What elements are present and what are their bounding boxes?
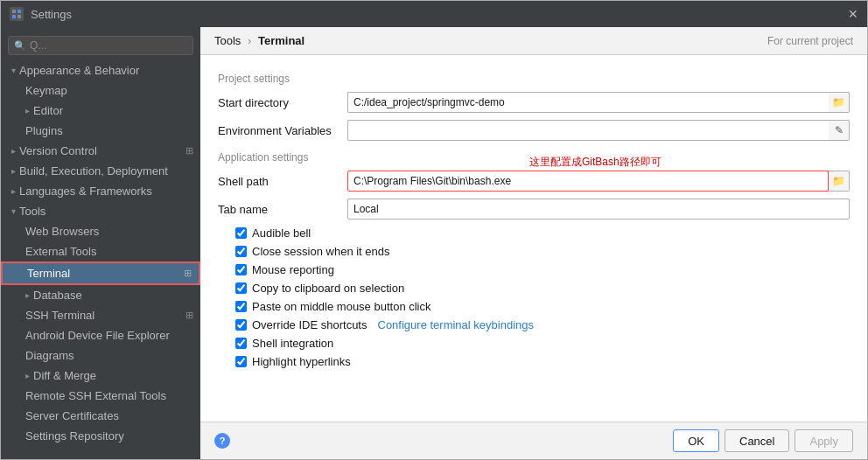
sidebar-item-build-execution[interactable]: ▸ Build, Execution, Deployment bbox=[1, 161, 200, 181]
terminal-copy-icon: ⊞ bbox=[184, 268, 192, 279]
mouse-reporting-checkbox[interactable] bbox=[235, 264, 247, 275]
sidebar-item-keymap[interactable]: Keymap bbox=[1, 80, 200, 101]
checkbox-audible-bell: Audible bell bbox=[218, 227, 850, 240]
shell-path-browse-button[interactable]: 📁 bbox=[829, 171, 850, 192]
highlight-hyperlinks-label: Highlight hyperlinks bbox=[252, 355, 351, 368]
start-directory-label: Start directory bbox=[218, 96, 340, 109]
audible-bell-checkbox[interactable] bbox=[235, 227, 247, 239]
chevron-right-icon: ▸ bbox=[11, 186, 16, 196]
start-directory-input[interactable] bbox=[347, 92, 829, 113]
ssh-copy-icon: ⊞ bbox=[186, 310, 193, 321]
sidebar-item-database[interactable]: ▸ Database bbox=[1, 285, 200, 305]
breadcrumb-separator: › bbox=[248, 34, 251, 47]
sidebar-item-label: SSH Terminal bbox=[25, 309, 94, 322]
chevron-right-icon: ▸ bbox=[11, 166, 16, 176]
current-project-button[interactable]: For current project bbox=[767, 35, 853, 47]
sidebar-item-settings-repository[interactable]: Settings Repository bbox=[1, 426, 200, 446]
paste-middle-label: Paste on middle mouse button click bbox=[252, 300, 431, 313]
apply-button[interactable]: Apply bbox=[794, 429, 853, 452]
shell-path-row: Shell path 📁 这里配置成GitBash路径即可 bbox=[218, 171, 850, 192]
sidebar-item-editor[interactable]: ▸ Editor bbox=[1, 101, 200, 121]
ok-button[interactable]: OK bbox=[673, 429, 719, 452]
sidebar-item-diagrams[interactable]: Diagrams bbox=[1, 345, 200, 366]
env-variables-edit-button[interactable]: ✎ bbox=[829, 120, 850, 141]
start-directory-input-group: 📁 bbox=[347, 92, 850, 113]
configure-keybindings-link[interactable]: Configure terminal keybindings bbox=[378, 318, 534, 331]
panel-footer: ? OK Cancel Apply bbox=[200, 422, 867, 459]
sidebar-item-external-tools[interactable]: External Tools bbox=[1, 241, 200, 261]
sidebar-item-label: Languages & Frameworks bbox=[19, 185, 152, 198]
sidebar-item-label: Appearance & Behavior bbox=[19, 64, 139, 77]
sidebar-item-version-control[interactable]: ▸ Version Control ⊞ bbox=[1, 141, 200, 161]
checkbox-highlight-hyperlinks: Highlight hyperlinks bbox=[218, 355, 850, 368]
copy-clipboard-label: Copy to clipboard on selection bbox=[252, 282, 404, 295]
sidebar-item-tools[interactable]: ▾ Tools bbox=[1, 201, 200, 221]
sidebar-item-label: Android Device File Explorer bbox=[25, 329, 170, 342]
close-button[interactable]: ✕ bbox=[848, 7, 858, 21]
search-input[interactable] bbox=[30, 39, 187, 52]
sidebar-item-plugins[interactable]: Plugins bbox=[1, 121, 200, 141]
sidebar-item-label: Plugins bbox=[25, 124, 63, 137]
chevron-right-icon: ▸ bbox=[11, 146, 16, 156]
sidebar-item-android-device[interactable]: Android Device File Explorer bbox=[1, 325, 200, 345]
search-bar[interactable]: 🔍 bbox=[8, 36, 193, 55]
search-icon: 🔍 bbox=[14, 40, 26, 52]
breadcrumb-root: Tools bbox=[214, 34, 241, 47]
breadcrumb: Tools › Terminal bbox=[214, 34, 304, 47]
env-variables-input[interactable] bbox=[347, 120, 829, 141]
svg-rect-3 bbox=[18, 15, 21, 18]
sidebar-item-label: Editor bbox=[33, 104, 63, 117]
sidebar-item-label: External Tools bbox=[25, 245, 96, 258]
sidebar-item-label: Web Browsers bbox=[25, 225, 99, 238]
sidebar-item-remote-ssh[interactable]: Remote SSH External Tools bbox=[1, 386, 200, 406]
sidebar-item-server-certificates[interactable]: Server Certificates bbox=[1, 406, 200, 426]
tab-name-row: Tab name bbox=[218, 199, 850, 220]
sidebar-item-label: Diagrams bbox=[25, 349, 74, 362]
shell-path-container: Shell path 📁 这里配置成GitBash路径即可 bbox=[218, 171, 850, 192]
checkbox-copy-clipboard: Copy to clipboard on selection bbox=[218, 282, 850, 295]
close-session-label: Close session when it ends bbox=[252, 245, 390, 258]
shell-path-input[interactable] bbox=[347, 171, 829, 192]
tab-name-input[interactable] bbox=[347, 199, 850, 220]
close-session-checkbox[interactable] bbox=[235, 246, 247, 257]
sidebar-item-appearance-behavior[interactable]: ▾ Appearance & Behavior bbox=[1, 60, 200, 80]
highlight-hyperlinks-checkbox[interactable] bbox=[235, 356, 247, 367]
paste-middle-checkbox[interactable] bbox=[235, 301, 247, 312]
sidebar-item-languages-frameworks[interactable]: ▸ Languages & Frameworks bbox=[1, 181, 200, 201]
checkbox-override-ide: Override IDE shortcuts Configure termina… bbox=[218, 318, 850, 331]
shell-integration-checkbox[interactable] bbox=[235, 338, 247, 349]
folder-icon: 📁 bbox=[832, 96, 845, 108]
checkbox-mouse-reporting: Mouse reporting bbox=[218, 263, 850, 276]
env-variables-row: Environment Variables ✎ bbox=[218, 120, 850, 141]
window-title: Settings bbox=[31, 8, 72, 21]
folder-icon: 📁 bbox=[832, 175, 845, 187]
shell-path-input-group: 📁 这里配置成GitBash路径即可 bbox=[347, 171, 850, 192]
sidebar-item-ssh-terminal[interactable]: SSH Terminal ⊞ bbox=[1, 305, 200, 325]
sidebar-item-terminal[interactable]: Terminal ⊞ bbox=[1, 261, 200, 285]
checkbox-close-session: Close session when it ends bbox=[218, 245, 850, 258]
chevron-right-icon: ▸ bbox=[25, 371, 30, 380]
mouse-reporting-label: Mouse reporting bbox=[252, 263, 334, 276]
sidebar-item-label: Tools bbox=[19, 205, 46, 218]
start-directory-browse-button[interactable]: 📁 bbox=[829, 92, 850, 113]
cancel-button[interactable]: Cancel bbox=[724, 429, 789, 452]
sidebar-item-label: Database bbox=[33, 289, 82, 302]
main-panel: Tools › Terminal For current project Pro… bbox=[200, 27, 867, 459]
panel-body: Project settings Start directory 📁 Envir… bbox=[200, 55, 867, 422]
copy-clipboard-checkbox[interactable] bbox=[235, 282, 247, 294]
chevron-down-icon: ▾ bbox=[11, 206, 16, 216]
footer-left: ? bbox=[214, 429, 230, 452]
footer-right: OK Cancel Apply bbox=[673, 429, 853, 452]
panel-header: Tools › Terminal For current project bbox=[200, 27, 867, 55]
sidebar-item-label: Settings Repository bbox=[25, 429, 124, 443]
sidebar-item-label: Build, Execution, Deployment bbox=[19, 164, 168, 178]
sidebar-item-label: Version Control bbox=[19, 144, 97, 157]
override-ide-checkbox[interactable] bbox=[235, 319, 247, 331]
sidebar-item-web-browsers[interactable]: Web Browsers bbox=[1, 221, 200, 241]
env-variables-input-group: ✎ bbox=[347, 120, 850, 141]
help-button[interactable]: ? bbox=[214, 433, 230, 449]
checkbox-paste-middle: Paste on middle mouse button click bbox=[218, 300, 850, 313]
current-project-label: For current project bbox=[767, 35, 853, 47]
sidebar-item-diff-merge[interactable]: ▸ Diff & Merge bbox=[1, 366, 200, 386]
override-ide-label: Override IDE shortcuts bbox=[252, 318, 368, 331]
